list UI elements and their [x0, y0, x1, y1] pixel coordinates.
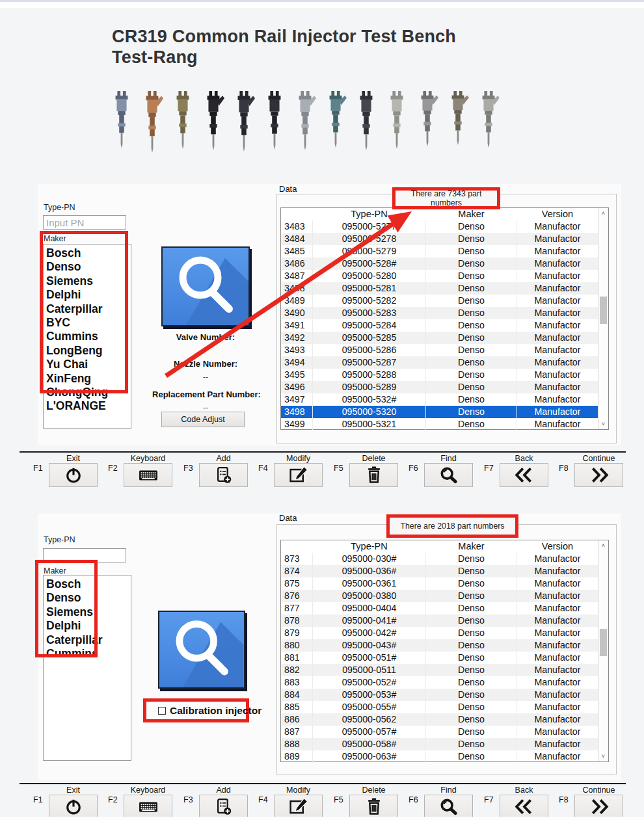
maker-item[interactable]: Caterpillar: [45, 633, 129, 647]
maker-item[interactable]: XinFeng: [45, 372, 129, 386]
delete-button[interactable]: [349, 463, 398, 487]
delete-button[interactable]: [349, 795, 398, 819]
table-scrollbar[interactable]: ˄˅: [598, 540, 608, 761]
table-row[interactable]: 881095000-051#DensoManufactor: [281, 652, 598, 664]
table-row[interactable]: 3490095000-5283DensoManufactor: [281, 307, 598, 319]
fkey-number: F1: [33, 464, 43, 473]
maker-item[interactable]: Caterpillar: [45, 302, 129, 316]
table-row[interactable]: 884095000-053#DensoManufactor: [281, 689, 598, 701]
table-row[interactable]: 886095000-0562DensoManufactor: [281, 713, 598, 726]
table-row[interactable]: 876095000-0380DensoManufactor: [281, 590, 598, 602]
table-row[interactable]: 3491095000-5284DensoManufactor: [281, 319, 598, 332]
maker-item[interactable]: Denso: [45, 260, 129, 274]
table-row[interactable]: 879095000-042#DensoManufactor: [281, 627, 598, 639]
back-button[interactable]: [500, 463, 548, 487]
table-row[interactable]: 877095000-0404DensoManufactor: [281, 602, 598, 615]
table-row[interactable]: 3499095000-5321DensoManufactor: [281, 418, 598, 430]
table-row[interactable]: 873095000-030#DensoManufactor: [281, 553, 598, 565]
find-button[interactable]: [424, 463, 473, 487]
maker-item[interactable]: BYC: [45, 316, 129, 330]
maker-item[interactable]: ChongQing: [45, 386, 129, 399]
table-row[interactable]: 880095000-043#DensoManufactor: [281, 639, 598, 652]
continue-button[interactable]: [574, 795, 623, 819]
table-row[interactable]: 3495095000-5288DensoManufactor: [281, 369, 598, 381]
fkey-cell-find: FindF6: [405, 784, 474, 820]
scroll-down-arrow[interactable]: ˅: [598, 419, 608, 429]
table-row[interactable]: 878095000-041#DensoManufactor: [281, 615, 598, 627]
table-cell: 878: [281, 615, 312, 627]
table-cell: Denso: [425, 418, 517, 430]
maker-item[interactable]: Denso: [45, 591, 129, 605]
table-cell: Manufactor: [517, 750, 598, 763]
exit-button[interactable]: [49, 463, 98, 487]
search-button[interactable]: [161, 246, 250, 326]
code-adjust-button[interactable]: Code Adjust: [161, 412, 245, 427]
maker-item[interactable]: Yu Chai: [45, 358, 129, 371]
table-row[interactable]: 888095000-058#DensoManufactor: [281, 738, 598, 750]
scroll-down-arrow[interactable]: ˅: [598, 751, 608, 761]
modify-button[interactable]: [274, 463, 323, 487]
maker-item[interactable]: L'ORANGE: [45, 399, 129, 413]
table-row[interactable]: 883095000-052#DensoManufactor: [281, 676, 598, 689]
modify-button[interactable]: [274, 795, 323, 819]
table-row[interactable]: 3496095000-5289DensoManufactor: [281, 381, 598, 393]
table-row[interactable]: 3493095000-5286DensoManufactor: [281, 344, 598, 356]
table-cell: Manufactor: [517, 406, 598, 418]
add-button[interactable]: [199, 463, 248, 487]
type-pn-input[interactable]: [43, 548, 126, 562]
table-row[interactable]: 889095000-063#DensoManufactor: [281, 750, 598, 763]
maker-item[interactable]: LongBeng: [45, 344, 129, 358]
maker-item[interactable]: Bosch: [45, 246, 129, 260]
maker-item[interactable]: Bosch: [45, 577, 129, 591]
table-cell: Denso: [425, 738, 517, 750]
table-row[interactable]: 887095000-057#DensoManufactor: [281, 726, 598, 738]
table-row[interactable]: 885095000-055#DensoManufactor: [281, 701, 598, 713]
table-row[interactable]: 3485095000-5279DensoManufactor: [281, 245, 598, 258]
add-button[interactable]: [199, 795, 248, 819]
table-row[interactable]: 3497095000-532#DensoManufactor: [281, 393, 598, 406]
table-row[interactable]: 3494095000-5287DensoManufactor: [281, 356, 598, 369]
maker-item[interactable]: Delphi: [45, 288, 129, 302]
keyboard-button[interactable]: [124, 463, 172, 487]
table-cell: 874: [281, 565, 312, 577]
scroll-up-arrow[interactable]: ˄: [598, 540, 608, 551]
table-row[interactable]: 3483095000-5277DensoManufactor: [281, 220, 598, 233]
panel-1: Type-PN Maker BoschDensoSiemensDelphiCat…: [38, 184, 621, 445]
table-cell: 095000-043#: [312, 639, 425, 652]
search-button[interactable]: [158, 611, 245, 689]
table-row[interactable]: 874095000-036#DensoManufactor: [281, 565, 598, 577]
maker-item[interactable]: Cummins: [45, 647, 129, 661]
keyboard-button[interactable]: [124, 795, 172, 819]
table-row[interactable]: 3484095000-5278DensoManufactor: [281, 233, 598, 245]
fkey-label: Modify: [274, 454, 323, 463]
table-cell: 095000-051#: [312, 652, 425, 664]
scroll-thumb[interactable]: [600, 297, 607, 324]
maker-item[interactable]: Cummins: [45, 330, 129, 343]
maker-item[interactable]: Siemens: [45, 274, 129, 288]
table-row[interactable]: 3492095000-5285DensoManufactor: [281, 332, 598, 344]
power-icon: [64, 798, 83, 815]
table-row[interactable]: 882095000-0511DensoManufactor: [281, 664, 598, 676]
table-cell: 882: [281, 664, 312, 676]
calibration-checkbox[interactable]: [158, 707, 166, 715]
table-row[interactable]: 3488095000-5281DensoManufactor: [281, 282, 598, 295]
maker-item[interactable]: Delphi: [45, 619, 129, 633]
back-icon: [515, 466, 534, 484]
table-cell: Denso: [425, 295, 517, 307]
table-row[interactable]: 875095000-0361DensoManufactor: [281, 577, 598, 590]
table-row[interactable]: 3498095000-5320DensoManufactor: [281, 406, 598, 418]
scroll-up-arrow[interactable]: ˄: [598, 208, 608, 218]
table-row[interactable]: 3487095000-5280DensoManufactor: [281, 270, 598, 282]
exit-button[interactable]: [49, 795, 98, 819]
injector-image: [233, 91, 255, 152]
table-cell: 095000-5289: [312, 381, 425, 393]
maker-item[interactable]: Siemens: [45, 605, 129, 619]
scroll-thumb[interactable]: [600, 629, 607, 656]
table-row[interactable]: 3489095000-5282DensoManufactor: [281, 295, 598, 307]
find-button[interactable]: [424, 795, 473, 819]
table-row[interactable]: 3486095000-528#DensoManufactor: [281, 258, 598, 270]
table-scrollbar[interactable]: ˄˅: [598, 208, 608, 429]
continue-button[interactable]: [574, 463, 623, 487]
type-pn-input[interactable]: [43, 215, 126, 230]
back-button[interactable]: [500, 795, 548, 819]
